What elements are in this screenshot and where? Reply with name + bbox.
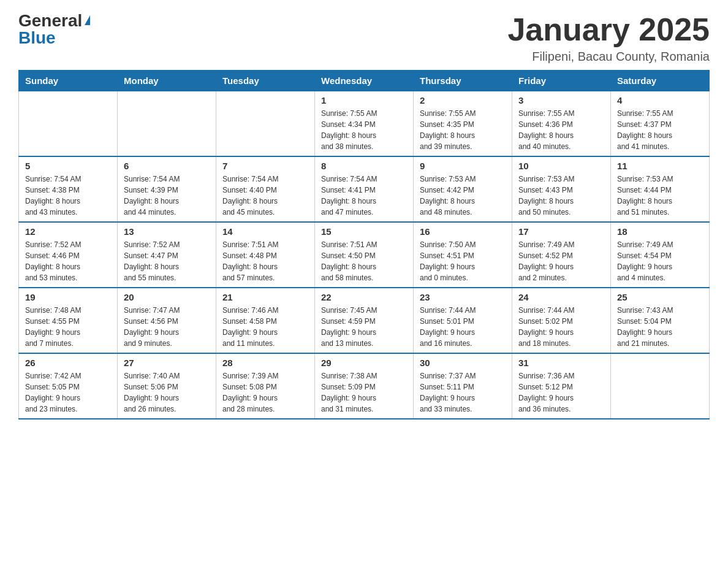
day-info: Sunrise: 7:43 AM Sunset: 5:04 PM Dayligh… — [617, 305, 703, 349]
day-number: 8 — [321, 161, 407, 171]
calendar-cell: 1Sunrise: 7:55 AM Sunset: 4:34 PM Daylig… — [315, 91, 414, 157]
day-number: 15 — [321, 226, 407, 237]
calendar-cell: 25Sunrise: 7:43 AM Sunset: 5:04 PM Dayli… — [611, 288, 710, 353]
weekday-header-row: SundayMondayTuesdayWednesdayThursdayFrid… — [19, 71, 710, 91]
day-info: Sunrise: 7:47 AM Sunset: 4:56 PM Dayligh… — [124, 305, 210, 349]
day-info: Sunrise: 7:45 AM Sunset: 4:59 PM Dayligh… — [321, 305, 407, 349]
day-number: 29 — [321, 358, 407, 368]
week-row-5: 26Sunrise: 7:42 AM Sunset: 5:05 PM Dayli… — [19, 353, 710, 419]
calendar-cell: 8Sunrise: 7:54 AM Sunset: 4:41 PM Daylig… — [315, 156, 414, 222]
day-number: 13 — [124, 226, 210, 237]
calendar-subtitle: Filipeni, Bacau County, Romania — [507, 50, 710, 64]
calendar-cell: 21Sunrise: 7:46 AM Sunset: 4:58 PM Dayli… — [216, 288, 315, 353]
weekday-header-saturday: Saturday — [611, 71, 710, 91]
weekday-header-sunday: Sunday — [19, 71, 118, 91]
day-info: Sunrise: 7:53 AM Sunset: 4:42 PM Dayligh… — [420, 174, 506, 218]
day-number: 16 — [420, 226, 506, 237]
day-number: 24 — [518, 292, 604, 302]
day-number: 30 — [420, 358, 506, 368]
day-number: 22 — [321, 292, 407, 302]
day-number: 18 — [617, 226, 703, 237]
day-info: Sunrise: 7:53 AM Sunset: 4:44 PM Dayligh… — [617, 174, 703, 218]
day-info: Sunrise: 7:55 AM Sunset: 4:37 PM Dayligh… — [617, 108, 703, 152]
day-info: Sunrise: 7:36 AM Sunset: 5:12 PM Dayligh… — [518, 370, 604, 415]
day-info: Sunrise: 7:55 AM Sunset: 4:34 PM Dayligh… — [321, 108, 407, 152]
day-info: Sunrise: 7:38 AM Sunset: 5:09 PM Dayligh… — [321, 370, 407, 415]
calendar-cell: 14Sunrise: 7:51 AM Sunset: 4:48 PM Dayli… — [216, 222, 315, 288]
calendar-cell: 31Sunrise: 7:36 AM Sunset: 5:12 PM Dayli… — [512, 353, 611, 419]
day-number: 1 — [321, 95, 407, 105]
day-info: Sunrise: 7:52 AM Sunset: 4:47 PM Dayligh… — [124, 239, 210, 283]
calendar-cell: 2Sunrise: 7:55 AM Sunset: 4:35 PM Daylig… — [414, 91, 512, 157]
day-number: 23 — [420, 292, 506, 302]
day-number: 17 — [518, 226, 604, 237]
calendar-cell: 30Sunrise: 7:37 AM Sunset: 5:11 PM Dayli… — [414, 353, 512, 419]
calendar-cell: 4Sunrise: 7:55 AM Sunset: 4:37 PM Daylig… — [611, 91, 710, 157]
day-info: Sunrise: 7:39 AM Sunset: 5:08 PM Dayligh… — [222, 370, 308, 415]
day-number: 20 — [124, 292, 210, 302]
weekday-header-monday: Monday — [118, 71, 216, 91]
day-info: Sunrise: 7:44 AM Sunset: 5:02 PM Dayligh… — [518, 305, 604, 349]
day-info: Sunrise: 7:54 AM Sunset: 4:41 PM Dayligh… — [321, 174, 407, 218]
calendar-cell: 12Sunrise: 7:52 AM Sunset: 4:46 PM Dayli… — [19, 222, 118, 288]
calendar-cell: 10Sunrise: 7:53 AM Sunset: 4:43 PM Dayli… — [512, 156, 611, 222]
calendar-cell: 6Sunrise: 7:54 AM Sunset: 4:39 PM Daylig… — [118, 156, 216, 222]
day-info: Sunrise: 7:40 AM Sunset: 5:06 PM Dayligh… — [124, 370, 210, 415]
day-number: 9 — [420, 161, 506, 171]
calendar-cell: 11Sunrise: 7:53 AM Sunset: 4:44 PM Dayli… — [611, 156, 710, 222]
calendar-table: SundayMondayTuesdayWednesdayThursdayFrid… — [18, 70, 710, 419]
day-info: Sunrise: 7:53 AM Sunset: 4:43 PM Dayligh… — [518, 174, 604, 218]
weekday-header-wednesday: Wednesday — [315, 71, 414, 91]
logo: General Blue — [18, 12, 90, 47]
weekday-header-thursday: Thursday — [414, 71, 512, 91]
day-info: Sunrise: 7:55 AM Sunset: 4:35 PM Dayligh… — [420, 108, 506, 152]
day-number: 21 — [222, 292, 308, 302]
calendar-cell: 18Sunrise: 7:49 AM Sunset: 4:54 PM Dayli… — [611, 222, 710, 288]
day-info: Sunrise: 7:50 AM Sunset: 4:51 PM Dayligh… — [420, 239, 506, 283]
day-number: 12 — [25, 226, 111, 237]
day-number: 27 — [124, 358, 210, 368]
calendar-cell — [216, 91, 315, 157]
week-row-4: 19Sunrise: 7:48 AM Sunset: 4:55 PM Dayli… — [19, 288, 710, 353]
day-info: Sunrise: 7:42 AM Sunset: 5:05 PM Dayligh… — [25, 370, 111, 415]
day-info: Sunrise: 7:54 AM Sunset: 4:40 PM Dayligh… — [222, 174, 308, 218]
calendar-cell: 23Sunrise: 7:44 AM Sunset: 5:01 PM Dayli… — [414, 288, 512, 353]
weekday-header-tuesday: Tuesday — [216, 71, 315, 91]
logo-triangle-icon — [85, 15, 90, 25]
calendar-title: January 2025 — [507, 12, 710, 47]
day-number: 2 — [420, 95, 506, 105]
calendar-cell — [19, 91, 118, 157]
day-info: Sunrise: 7:49 AM Sunset: 4:54 PM Dayligh… — [617, 239, 703, 283]
day-info: Sunrise: 7:52 AM Sunset: 4:46 PM Dayligh… — [25, 239, 111, 283]
weekday-header-friday: Friday — [512, 71, 611, 91]
day-number: 14 — [222, 226, 308, 237]
calendar-cell: 24Sunrise: 7:44 AM Sunset: 5:02 PM Dayli… — [512, 288, 611, 353]
day-number: 7 — [222, 161, 308, 171]
week-row-3: 12Sunrise: 7:52 AM Sunset: 4:46 PM Dayli… — [19, 222, 710, 288]
calendar-cell: 13Sunrise: 7:52 AM Sunset: 4:47 PM Dayli… — [118, 222, 216, 288]
calendar-cell: 15Sunrise: 7:51 AM Sunset: 4:50 PM Dayli… — [315, 222, 414, 288]
calendar-cell: 26Sunrise: 7:42 AM Sunset: 5:05 PM Dayli… — [19, 353, 118, 419]
calendar-cell: 3Sunrise: 7:55 AM Sunset: 4:36 PM Daylig… — [512, 91, 611, 157]
day-info: Sunrise: 7:51 AM Sunset: 4:50 PM Dayligh… — [321, 239, 407, 283]
day-info: Sunrise: 7:48 AM Sunset: 4:55 PM Dayligh… — [25, 305, 111, 349]
calendar-cell: 22Sunrise: 7:45 AM Sunset: 4:59 PM Dayli… — [315, 288, 414, 353]
day-number: 6 — [124, 161, 210, 171]
day-number: 25 — [617, 292, 703, 302]
calendar-cell: 9Sunrise: 7:53 AM Sunset: 4:42 PM Daylig… — [414, 156, 512, 222]
day-info: Sunrise: 7:44 AM Sunset: 5:01 PM Dayligh… — [420, 305, 506, 349]
calendar-cell: 7Sunrise: 7:54 AM Sunset: 4:40 PM Daylig… — [216, 156, 315, 222]
calendar-cell: 19Sunrise: 7:48 AM Sunset: 4:55 PM Dayli… — [19, 288, 118, 353]
calendar-cell: 5Sunrise: 7:54 AM Sunset: 4:38 PM Daylig… — [19, 156, 118, 222]
calendar-cell — [611, 353, 710, 419]
calendar-cell: 27Sunrise: 7:40 AM Sunset: 5:06 PM Dayli… — [118, 353, 216, 419]
title-area: January 2025 Filipeni, Bacau County, Rom… — [507, 12, 710, 64]
week-row-2: 5Sunrise: 7:54 AM Sunset: 4:38 PM Daylig… — [19, 156, 710, 222]
calendar-cell: 28Sunrise: 7:39 AM Sunset: 5:08 PM Dayli… — [216, 353, 315, 419]
calendar-cell: 16Sunrise: 7:50 AM Sunset: 4:51 PM Dayli… — [414, 222, 512, 288]
day-number: 26 — [25, 358, 111, 368]
logo-general-text: General — [18, 12, 82, 29]
day-number: 31 — [518, 358, 604, 368]
calendar-cell: 17Sunrise: 7:49 AM Sunset: 4:52 PM Dayli… — [512, 222, 611, 288]
day-info: Sunrise: 7:54 AM Sunset: 4:38 PM Dayligh… — [25, 174, 111, 218]
